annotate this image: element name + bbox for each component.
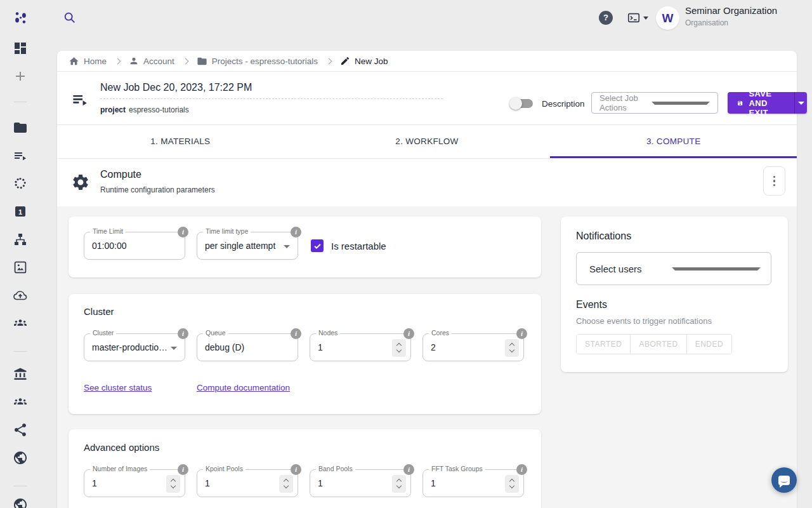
sidebar-divider — [14, 351, 27, 352]
time-limit-type-select[interactable]: Time limit type i per single attempt — [197, 232, 298, 260]
band-pools-field[interactable]: Band Pools i 1 — [310, 469, 411, 497]
save-button-label: SAVE AND EXIT — [749, 89, 785, 117]
fft-task-groups-field[interactable]: FFT Task Groups i 1 — [422, 469, 524, 497]
chevron-down-icon — [652, 102, 710, 105]
kpoint-pools-stepper[interactable] — [279, 475, 293, 493]
advanced-options-card: Advanced options Number of Images i 1 Kp… — [69, 429, 541, 508]
people-group-icon[interactable] — [13, 394, 28, 410]
dots-cluster-icon[interactable] — [13, 176, 28, 191]
breadcrumb-account[interactable]: Account — [129, 56, 174, 66]
terminal-icon[interactable] — [627, 11, 648, 25]
share-icon[interactable] — [13, 422, 28, 438]
job-title-field[interactable]: New Job Dec 20, 2023, 17:22 PM — [100, 82, 443, 99]
dashboard-icon[interactable] — [13, 41, 28, 56]
compute-documentation-link[interactable]: Compute documentation — [197, 383, 290, 392]
person-icon — [129, 56, 139, 66]
cluster-select[interactable]: Cluster i master-productio… — [84, 333, 185, 361]
info-icon[interactable]: i — [178, 227, 188, 237]
info-icon[interactable]: i — [291, 227, 301, 237]
bank-icon[interactable] — [13, 366, 28, 382]
time-limit-field[interactable]: Time Limit i 01:00:00 — [84, 232, 185, 260]
time-limit-label: Time Limit — [90, 227, 126, 235]
cores-stepper[interactable] — [505, 339, 519, 357]
cluster-card: Cluster Cluster i master-productio… Queu… — [69, 294, 541, 414]
cloud-upload-icon[interactable] — [13, 288, 28, 303]
globe-icon[interactable] — [13, 497, 28, 508]
fft-task-groups-stepper[interactable] — [505, 475, 519, 493]
help-icon[interactable]: ? — [599, 11, 613, 25]
picture-icon[interactable] — [13, 260, 28, 275]
tab-compute[interactable]: 3. COMPUTE — [550, 125, 797, 158]
screen: ? W Seminar Organization Organisation 1 — [0, 0, 812, 508]
job-actions-select[interactable]: Select Job Actions — [591, 92, 718, 114]
events-subtitle: Choose events to trigger notifications — [576, 316, 773, 326]
people-group-icon[interactable] — [13, 316, 28, 331]
nodes-label: Nodes — [316, 329, 340, 337]
globe-icon[interactable] — [13, 450, 28, 465]
event-ended-button[interactable]: ENDED — [686, 335, 732, 354]
info-icon[interactable]: i — [516, 464, 527, 475]
breadcrumb-home[interactable]: Home — [69, 56, 107, 67]
chat-icon — [778, 476, 790, 485]
home-icon — [69, 56, 79, 67]
playlist-play-icon — [71, 90, 88, 107]
queue-field[interactable]: Queue i debug (D) — [197, 333, 298, 361]
org-chart-icon[interactable] — [13, 232, 28, 247]
compute-subtitle: Runtime configuration parameters — [100, 185, 215, 194]
cluster-status-link[interactable]: See cluster status — [84, 383, 197, 392]
band-pools-stepper[interactable] — [392, 475, 406, 493]
avatar[interactable]: W — [656, 6, 679, 30]
org-subtitle: Organisation — [685, 18, 777, 27]
events-title: Events — [576, 299, 773, 311]
time-limit-value: 01:00:00 — [84, 232, 185, 259]
topbar: ? W Seminar Organization Organisation — [0, 0, 812, 36]
kebab-menu-button[interactable] — [763, 166, 785, 196]
cluster-card-title: Cluster — [84, 306, 526, 317]
breadcrumb-projects[interactable]: Projects - espresso-tutorials — [197, 56, 318, 67]
description-toggle[interactable] — [511, 99, 533, 108]
select-users-placeholder: Select users — [589, 264, 672, 274]
info-icon[interactable]: i — [516, 328, 527, 339]
save-and-exit-button[interactable]: SAVE AND EXIT — [728, 92, 807, 114]
compute-body: Time Limit i 01:00:00 Time limit type i … — [57, 206, 797, 508]
chevron-right-icon — [182, 58, 188, 64]
playlist-play-icon[interactable] — [13, 148, 28, 163]
info-icon[interactable]: i — [291, 328, 301, 339]
info-icon[interactable]: i — [403, 328, 414, 339]
breadcrumb-current[interactable]: New Job — [340, 56, 388, 66]
event-started-button[interactable]: STARTED — [577, 335, 630, 354]
toggle-thumb — [509, 97, 522, 110]
info-icon[interactable]: i — [178, 464, 188, 475]
numbered-box-icon[interactable]: 1 — [13, 204, 28, 219]
chevron-right-icon — [115, 58, 121, 64]
cores-field[interactable]: Cores i 2 — [422, 333, 524, 361]
add-icon[interactable] — [13, 69, 28, 84]
sidebar-divider — [14, 486, 27, 486]
search-icon[interactable] — [63, 11, 77, 25]
number-of-images-field[interactable]: Number of Images i 1 — [84, 469, 185, 497]
folder-icon[interactable] — [13, 120, 28, 135]
info-icon[interactable]: i — [403, 464, 414, 475]
main-panel: Home Account Projects - espresso-tutoria… — [57, 51, 797, 508]
compute-section-header: Compute Runtime configuration parameters — [57, 159, 797, 206]
notifications-title: Notifications — [576, 231, 773, 242]
number-of-images-stepper[interactable] — [166, 475, 180, 493]
breadcrumb-projects-label: Projects - espresso-tutorials — [212, 57, 318, 66]
molecule-logo-icon[interactable] — [13, 10, 29, 26]
kpoint-pools-field[interactable]: Kpoint Pools i 1 — [197, 469, 298, 497]
tab-workflow[interactable]: 2. WORKFLOW — [304, 125, 551, 158]
runtime-card: Time Limit i 01:00:00 Time limit type i … — [69, 217, 541, 277]
gear-icon — [71, 173, 90, 192]
save-dropdown-button[interactable] — [794, 92, 807, 114]
info-icon[interactable]: i — [291, 464, 301, 475]
select-users-dropdown[interactable]: Select users — [576, 252, 771, 285]
tab-materials[interactable]: 1. MATERIALS — [57, 125, 304, 158]
is-restartable-checkbox[interactable] — [311, 239, 324, 252]
folder-icon — [197, 56, 207, 67]
info-icon[interactable]: i — [178, 328, 188, 339]
event-aborted-button[interactable]: ABORTED — [630, 335, 686, 354]
nodes-field[interactable]: Nodes i 1 — [310, 333, 411, 361]
nodes-stepper[interactable] — [392, 339, 406, 357]
chat-button[interactable] — [771, 467, 797, 493]
time-limit-type-label: Time limit type — [203, 227, 251, 235]
